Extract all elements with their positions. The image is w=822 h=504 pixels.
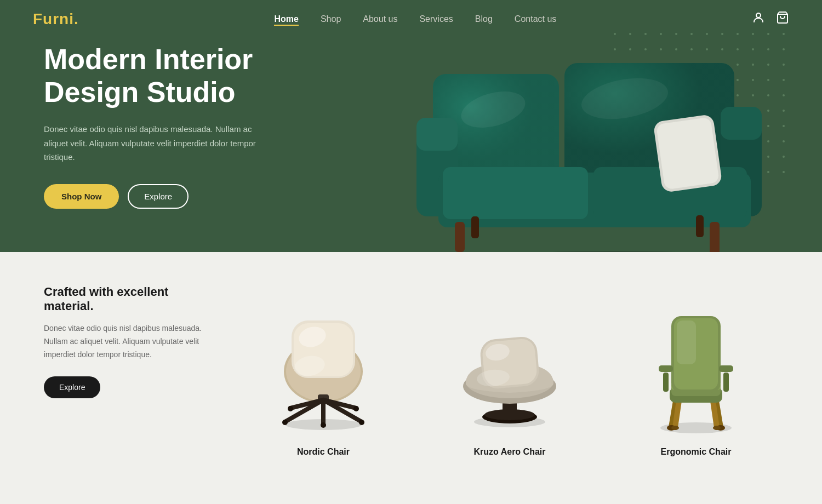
svg-point-0 xyxy=(756,13,761,18)
svg-rect-18 xyxy=(471,216,479,238)
crafted-section: Crafted with excellent material. Donec v… xyxy=(0,252,822,473)
hero-content: Modern Interior Design Studio Donec vita… xyxy=(0,43,307,208)
svg-rect-16 xyxy=(455,222,465,252)
nav-link-services[interactable]: Services xyxy=(419,14,453,24)
nav-item-contact[interactable]: Contact us xyxy=(515,14,556,24)
nordic-chair-image xyxy=(252,285,395,438)
svg-point-57 xyxy=(671,426,679,430)
crafted-title: Crafted with excellent material. xyxy=(44,285,208,313)
product-card-kruzo: Kruzo Aero Chair xyxy=(427,285,592,457)
svg-rect-64 xyxy=(677,320,696,364)
explore-button[interactable]: Explore xyxy=(128,184,189,209)
nav-item-about[interactable]: About us xyxy=(363,14,397,24)
nav-link-about[interactable]: About us xyxy=(363,14,397,24)
logo-text: Furni xyxy=(33,10,74,27)
svg-rect-67 xyxy=(663,373,669,392)
nav-item-blog[interactable]: Blog xyxy=(475,14,493,24)
svg-rect-17 xyxy=(710,222,720,252)
user-icon[interactable] xyxy=(752,11,765,27)
cart-icon[interactable] xyxy=(776,11,789,27)
svg-point-43 xyxy=(484,409,535,420)
svg-rect-66 xyxy=(719,365,733,372)
kruzo-chair-label: Kruzo Aero Chair xyxy=(474,447,546,457)
ergonomic-chair-image xyxy=(625,285,767,438)
svg-rect-19 xyxy=(696,215,704,237)
nav-icons xyxy=(752,11,789,27)
svg-rect-10 xyxy=(721,107,762,140)
product-card-ergonomic: Ergonomic Chair xyxy=(614,285,778,457)
nav-link-home[interactable]: Home xyxy=(274,14,298,26)
product-card-nordic: Nordic Chair xyxy=(241,285,406,457)
svg-point-2 xyxy=(460,251,767,252)
svg-rect-8 xyxy=(416,118,458,151)
hero-buttons: Shop Now Explore xyxy=(44,184,263,209)
nordic-chair-label: Nordic Chair xyxy=(297,447,350,457)
svg-rect-68 xyxy=(723,373,729,392)
logo[interactable]: Furni. xyxy=(33,10,79,28)
navbar: Furni. Home Shop About us Services Blog … xyxy=(0,0,822,38)
hero-title: Modern Interior Design Studio xyxy=(44,43,263,109)
sofa-svg xyxy=(384,8,778,252)
hero-description: Donec vitae odio quis nisl dapibus males… xyxy=(44,122,263,164)
ergonomic-chair-label: Ergonomic Chair xyxy=(661,447,732,457)
nav-link-blog[interactable]: Blog xyxy=(475,14,493,24)
nav-link-shop[interactable]: Shop xyxy=(321,14,341,24)
logo-dot: . xyxy=(74,10,79,27)
svg-rect-12 xyxy=(443,167,588,219)
crafted-explore-button[interactable]: Explore xyxy=(44,376,100,398)
products-grid: Nordic Chair xyxy=(241,285,778,457)
shop-now-button[interactable]: Shop Now xyxy=(44,184,119,209)
svg-rect-65 xyxy=(659,365,673,372)
hero-sofa-image xyxy=(384,8,778,252)
crafted-description: Donec vitae odio quis nisl dapibus males… xyxy=(44,322,208,361)
svg-point-35 xyxy=(282,420,288,425)
svg-point-38 xyxy=(353,406,359,411)
nav-link-contact[interactable]: Contact us xyxy=(515,14,556,24)
nav-item-shop[interactable]: Shop xyxy=(321,14,341,24)
svg-point-37 xyxy=(288,406,293,411)
nav-links: Home Shop About us Services Blog Contact… xyxy=(274,14,556,24)
nav-item-services[interactable]: Services xyxy=(419,14,453,24)
crafted-text: Crafted with excellent material. Donec v… xyxy=(44,285,208,398)
svg-rect-15 xyxy=(656,117,720,190)
svg-point-58 xyxy=(713,426,721,430)
nav-item-home[interactable]: Home xyxy=(274,14,298,24)
svg-point-36 xyxy=(359,420,364,425)
kruzo-chair-image xyxy=(438,285,581,438)
svg-point-39 xyxy=(321,422,326,428)
